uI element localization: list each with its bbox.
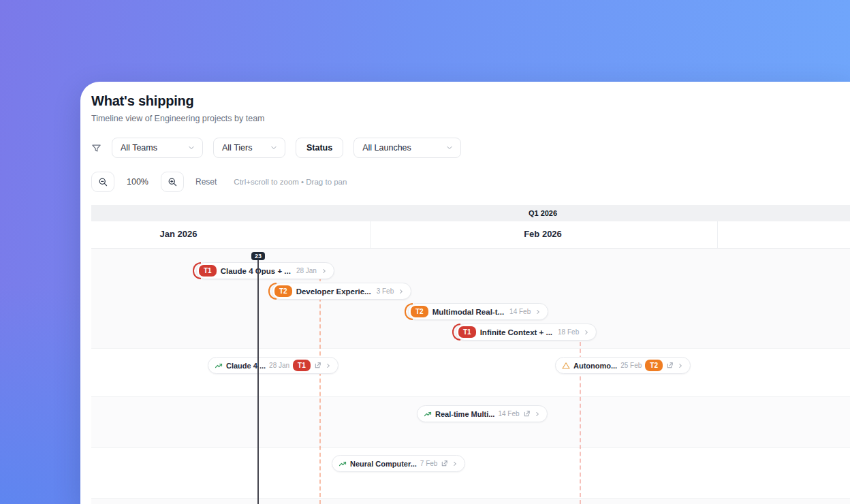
launches-filter-value: All Launches — [362, 143, 411, 153]
chevron-right-icon — [452, 460, 458, 467]
launch-date: 7 Feb — [420, 460, 438, 467]
status-filter-label: Status — [306, 143, 332, 153]
launch-item[interactable]: Neural Computer... 7 Feb — [332, 455, 465, 472]
whats-shipping-panel: What's shipping Timeline view of Enginee… — [80, 82, 850, 504]
tier-badge: T1 — [458, 326, 476, 338]
milestone-date-dashline — [319, 277, 321, 504]
zoom-out-button[interactable] — [91, 172, 114, 192]
tier-badge: T2 — [274, 285, 292, 297]
launch-title: Autonomo... — [573, 362, 617, 370]
timeline-bar[interactable]: T2 Developer Experie... 3 Feb — [272, 283, 411, 300]
tier-badge: T1 — [293, 360, 311, 371]
page-header: What's shipping Timeline view of Enginee… — [91, 93, 265, 123]
timeline-grid[interactable]: Jan 2026 Feb 2026 23 T1 Claude 4 Opus + … — [91, 221, 850, 504]
tier-badge: T2 — [411, 306, 428, 317]
timeline-bar[interactable]: T1 Infinite Context + ... 18 Feb — [456, 324, 597, 341]
month-header-row: Jan 2026 Feb 2026 — [91, 221, 850, 249]
trend-up-icon — [424, 410, 432, 418]
launch-title: Real-time Multi... — [435, 410, 494, 418]
launch-item[interactable]: Real-time Multi... 14 Feb — [417, 405, 548, 422]
tier-badge: T2 — [645, 360, 663, 371]
page-title: What's shipping — [91, 93, 265, 109]
chevron-down-icon — [187, 144, 195, 152]
timeline: Q1 2026 Jan 2026 Feb 2026 23 — [91, 205, 850, 504]
month-label: Jan 2026 — [160, 229, 198, 239]
status-filter-button[interactable]: Status — [296, 138, 343, 158]
warning-icon — [562, 362, 570, 370]
chevron-right-icon — [535, 309, 541, 315]
zoom-hint-text: Ctrl+scroll to zoom • Drag to pan — [234, 178, 347, 186]
launch-date: 14 Feb — [498, 410, 519, 418]
timeline-chart-area[interactable]: 23 T1 Claude 4 Opus + ... 28 Jan T2 Deve… — [91, 249, 850, 504]
teams-filter-value: All Teams — [121, 143, 157, 153]
today-line — [257, 257, 259, 504]
zoom-controls: 100% Reset Ctrl+scroll to zoom • Drag to… — [91, 172, 347, 192]
zoom-in-button[interactable] — [161, 172, 184, 192]
chevron-right-icon — [325, 362, 332, 369]
zoom-level: 100% — [126, 177, 149, 187]
teams-filter-dropdown[interactable]: All Teams — [112, 138, 203, 158]
tier-badge: T1 — [199, 265, 217, 277]
bar-date: 3 Feb — [377, 287, 394, 295]
chevron-down-icon — [270, 144, 278, 152]
quarter-label: Q1 2026 — [529, 209, 557, 217]
external-link-icon[interactable] — [441, 460, 448, 467]
magnifier-minus-icon — [98, 177, 108, 187]
tiers-filter-dropdown[interactable]: All Tiers — [213, 138, 285, 158]
launch-title: Claude 4 ... — [226, 362, 266, 370]
chevron-right-icon — [583, 329, 590, 336]
trend-up-icon — [215, 362, 223, 370]
external-link-icon[interactable] — [523, 410, 531, 418]
quarter-header: Q1 2026 — [91, 205, 850, 221]
month-label: Feb 2026 — [524, 229, 562, 239]
zoom-reset-button[interactable]: Reset — [195, 177, 217, 187]
timeline-track — [91, 349, 850, 397]
filter-bar: All Teams All Tiers Status All Launches — [91, 138, 461, 158]
bar-date: 28 Jan — [296, 267, 317, 274]
bar-title: Developer Experie... — [296, 287, 371, 296]
launch-item[interactable]: Claude 4 ... 28 Jan T1 — [208, 357, 339, 374]
launch-item[interactable]: Autonomo... 25 Feb T2 — [555, 357, 691, 374]
trend-up-icon — [339, 460, 347, 468]
timeline-track — [91, 448, 850, 499]
timeline-track — [91, 499, 850, 504]
bar-date: 18 Feb — [558, 328, 579, 336]
timeline-bar[interactable]: T1 Claude 4 Opus + ... 28 Jan — [196, 262, 334, 279]
launch-title: Neural Computer... — [350, 460, 417, 468]
timeline-bar[interactable]: T2 Multimodal Real-t... 14 Feb — [408, 303, 548, 320]
external-link-icon[interactable] — [314, 362, 321, 369]
external-link-icon[interactable] — [666, 362, 674, 369]
today-date-badge: 23 — [251, 252, 265, 260]
launch-date: 28 Jan — [269, 362, 289, 369]
bar-title: Infinite Context + ... — [480, 328, 552, 336]
tiers-filter-value: All Tiers — [222, 143, 252, 153]
chevron-down-icon — [445, 144, 454, 152]
bar-title: Multimodal Real-t... — [432, 308, 504, 316]
magnifier-plus-icon — [168, 177, 178, 187]
chevron-right-icon — [534, 411, 541, 418]
bar-title: Claude 4 Opus + ... — [221, 267, 291, 275]
page-subtitle: Timeline view of Engineering projects by… — [91, 114, 265, 123]
launch-date: 25 Feb — [620, 362, 642, 369]
launches-filter-dropdown[interactable]: All Launches — [353, 138, 461, 158]
filter-funnel-icon — [91, 143, 101, 153]
bar-date: 14 Feb — [509, 308, 531, 315]
chevron-right-icon — [677, 362, 684, 369]
chevron-right-icon — [398, 288, 405, 295]
chevron-right-icon — [321, 268, 328, 274]
